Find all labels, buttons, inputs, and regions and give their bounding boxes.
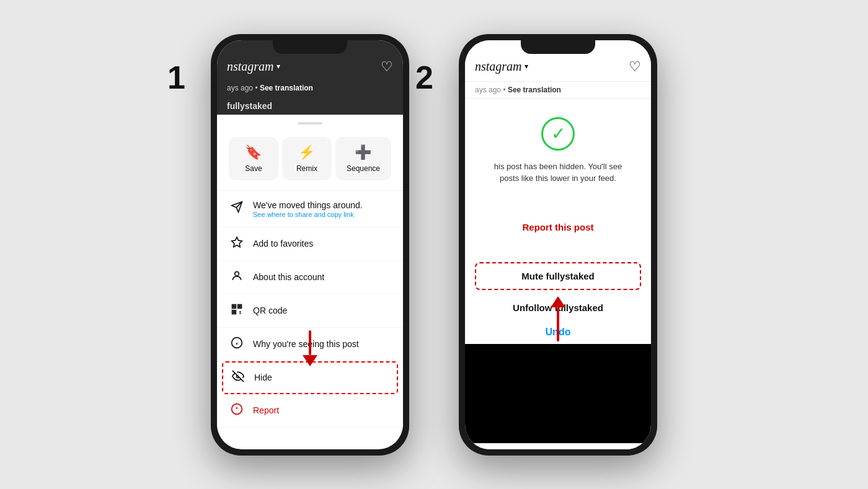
drag-handle — [298, 122, 322, 125]
sequence-button[interactable]: ➕ Sequence — [335, 137, 391, 180]
remix-button[interactable]: ⚡ Remix — [282, 137, 332, 180]
step2-container: 2 nstagram ▾ ♡ ays ago • See translation — [459, 34, 657, 456]
qr-code-text: QR code — [253, 306, 287, 315]
report-item[interactable]: Report — [217, 394, 403, 428]
phone2-content: nstagram ▾ ♡ ays ago • See translation ✓… — [465, 40, 651, 449]
account-icon — [229, 270, 244, 285]
chevron-icon-1: ▾ — [277, 62, 280, 71]
phone1: nstagram ▾ ♡ ays ago • See translation f… — [211, 34, 409, 456]
action-row: 🔖 Save ⚡ Remix ➕ Sequence — [217, 132, 403, 191]
confirmation-area: ✓ his post has been hidden. You'll see p… — [465, 99, 651, 197]
hide-icon — [231, 370, 246, 385]
remix-label: Remix — [296, 164, 317, 173]
about-account-item[interactable]: About this account — [217, 261, 403, 294]
about-account-text: About this account — [253, 272, 324, 282]
phone2-screen: nstagram ▾ ♡ ays ago • See translation ✓… — [465, 40, 651, 449]
svg-marker-2 — [232, 237, 242, 247]
remix-icon: ⚡ — [298, 144, 315, 161]
star-icon — [229, 236, 244, 252]
see-translation-2[interactable]: See translation — [508, 86, 561, 94]
heart-icon-2[interactable]: ♡ — [629, 59, 641, 75]
share-moved-icon — [229, 201, 244, 216]
qr-code-item[interactable]: QR code — [217, 294, 403, 328]
share-moved-item[interactable]: We've moved things around. See where to … — [217, 191, 403, 227]
svg-rect-8 — [239, 306, 241, 307]
phone2-notch — [521, 40, 595, 54]
hidden-message: his post has been hidden. You'll see pos… — [477, 161, 639, 185]
step2-number: 2 — [415, 59, 433, 96]
phone2: nstagram ▾ ♡ ays ago • See translation ✓… — [459, 34, 657, 456]
save-icon: 🔖 — [245, 144, 262, 161]
see-where-link[interactable]: See where to share and copy link — [253, 211, 363, 218]
add-favorites-text: Add to favorites — [253, 239, 313, 249]
info-icon — [229, 337, 244, 352]
svg-point-3 — [235, 271, 239, 276]
instagram-logo-2: nstagram ▾ — [475, 59, 528, 74]
report-icon — [229, 403, 244, 418]
chevron-icon-2: ▾ — [525, 62, 528, 71]
add-favorites-item[interactable]: Add to favorites — [217, 227, 403, 261]
see-translation-1[interactable]: See translation — [260, 84, 313, 92]
save-label: Save — [245, 164, 262, 173]
svg-rect-9 — [233, 311, 235, 313]
step1-container: 1 nstagram ▾ ♡ ays ago • See translation… — [211, 34, 409, 456]
mute-button[interactable]: Mute fullystaked — [475, 262, 641, 290]
black-area — [465, 344, 651, 443]
phone1-notch — [273, 40, 347, 54]
svg-rect-7 — [233, 306, 235, 307]
user-bar-1: fullystaked — [217, 97, 403, 115]
hide-text: Hide — [254, 372, 272, 382]
phone1-subheader: ays ago • See translation — [217, 81, 403, 97]
bottom-nav-2 — [465, 443, 651, 449]
sequence-icon: ➕ — [355, 144, 371, 161]
phone2-subheader: ays ago • See translation — [465, 82, 651, 99]
heart-icon-1[interactable]: ♡ — [381, 59, 393, 75]
save-button[interactable]: 🔖 Save — [229, 137, 278, 180]
bottom-sheet-1: 🔖 Save ⚡ Remix ➕ Sequence — [217, 115, 403, 428]
check-circle: ✓ — [541, 117, 575, 151]
step1-number: 1 — [167, 59, 185, 96]
share-moved-text: We've moved things around. — [253, 200, 363, 210]
report-post-link[interactable]: Report this post — [465, 217, 651, 237]
qr-icon — [229, 303, 244, 319]
report-text: Report — [253, 405, 279, 415]
sequence-label: Sequence — [347, 164, 380, 173]
instagram-logo-1: nstagram ▾ — [227, 59, 280, 74]
phone1-screen: nstagram ▾ ♡ ays ago • See translation f… — [217, 40, 403, 449]
